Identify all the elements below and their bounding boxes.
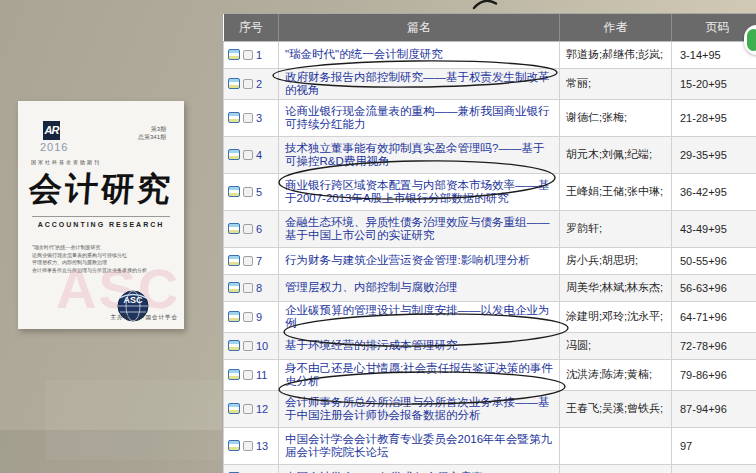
article-authors: 谢德仁;张梅; [560, 99, 672, 136]
table-row: 11 身不由己还是心甘情愿:社会责任报告鉴证决策的事件史分析 沈洪涛;陈涛;黄楠… [224, 359, 756, 390]
row-checkbox[interactable] [243, 441, 253, 451]
journal-title-chinese: 会计研究 [18, 167, 184, 212]
row-checkbox[interactable] [243, 50, 253, 60]
row-number: 8 [256, 282, 262, 294]
table-row: 2 政府财务报告内部控制研究——基于权责发生制改革的视角 常丽; 15-20+9… [224, 68, 756, 99]
cover-year: 2016 [40, 141, 68, 153]
article-title-link[interactable]: 中国会计学会会计教育专业委员会2016年年会暨第九届会计学院院长论坛 [279, 431, 559, 461]
row-checkbox[interactable] [243, 312, 253, 322]
article-pages: 29-35+95 [672, 136, 756, 173]
cover-featured-articles: "瑞金时代"的统一会计制度研究 论商业银行现金流量表的重构与可持续分红 管理层权… [32, 244, 172, 274]
save-export-icon[interactable] [228, 149, 240, 160]
row-number-cell: 1 [224, 49, 278, 61]
row-number-cell: 2 [224, 78, 278, 90]
header-no: 序号 [224, 14, 279, 41]
article-title-link[interactable]: 管理层权力、内部控制与腐败治理 [279, 279, 559, 296]
article-title-link[interactable]: 企业碳预算的管理设计与制度安排——以发电企业为例 [279, 302, 559, 332]
save-export-icon[interactable] [228, 223, 240, 234]
row-number-cell: 11 [224, 369, 278, 381]
article-pages: 79-86+96 [672, 359, 756, 390]
row-number: 7 [256, 255, 262, 267]
article-title-link[interactable]: 中国会计学会2016年学术年会征文启事 [279, 469, 559, 473]
table-row: 10 基于环境经营的排污成本管理研究 冯圆; 72-78+96 [224, 332, 756, 359]
row-number-cell: 4 [224, 149, 278, 161]
row-checkbox[interactable] [243, 113, 253, 123]
article-authors: 涂建明;邓玲;沈永平; [560, 301, 672, 332]
save-export-icon[interactable] [228, 186, 240, 197]
article-title-link[interactable]: 金融生态环境、异质性债务治理效应与债务重组——基于中国上市公司的实证研究 [279, 214, 559, 244]
table-row: 4 技术独立董事能有效抑制真实盈余管理吗?——基于可操控R&D费用视角 胡元木;… [224, 136, 756, 173]
article-authors: 常丽; [560, 68, 672, 99]
row-number: 5 [256, 186, 262, 198]
article-pages: 87-94+96 [672, 390, 756, 427]
save-export-icon[interactable] [228, 112, 240, 123]
article-title-link[interactable]: 行为财务与建筑企业营运资金管理:影响机理分析 [279, 252, 559, 269]
table-row: 1 "瑞金时代"的统一会计制度研究 郭道扬;郝继伟;彭岚; 3-14+95 [224, 41, 756, 68]
article-authors: 王峰娟;王储;张中琳; [560, 173, 672, 210]
article-authors [560, 427, 672, 464]
row-number: 1 [256, 49, 262, 61]
row-checkbox[interactable] [243, 256, 253, 266]
article-authors: 房小兵;胡思玥; [560, 247, 672, 274]
row-number: 3 [256, 112, 262, 124]
row-number-cell: 5 [224, 186, 278, 198]
save-export-icon[interactable] [228, 282, 240, 293]
row-number-cell: 12 [224, 403, 278, 415]
save-export-icon[interactable] [228, 369, 240, 380]
table-row: 8 管理层权力、内部控制与腐败治理 周美华;林斌;林东杰; 56-63+96 [224, 274, 756, 301]
article-pages: 15-20+95 [672, 68, 756, 99]
row-number: 6 [256, 223, 262, 235]
row-checkbox[interactable] [243, 370, 253, 380]
article-pages: 72-78+96 [672, 332, 756, 359]
save-export-icon[interactable] [228, 440, 240, 451]
article-title-link[interactable]: 基于环境经营的排污成本管理研究 [279, 337, 559, 354]
row-number: 9 [256, 311, 262, 323]
table-row: 12 会计师事务所总分所治理与分所首次业务承接——基于中国注册会计师协会报备数据… [224, 390, 756, 427]
table-row: 14 中国会计学会2016年学术年会征文启事 98 [224, 464, 756, 473]
save-export-icon[interactable] [228, 311, 240, 322]
article-title-link[interactable]: 政府财务报告内部控制研究——基于权责发生制改革的视角 [279, 69, 559, 99]
article-pages: 56-63+96 [672, 274, 756, 301]
article-pages: 21-28+95 [672, 99, 756, 136]
save-export-icon[interactable] [228, 49, 240, 60]
article-title-link[interactable]: 身不由己还是心甘情愿:社会责任报告鉴证决策的事件史分析 [279, 360, 559, 390]
article-authors [560, 464, 672, 473]
article-title-link[interactable]: 技术独立董事能有效抑制真实盈余管理吗?——基于可操控R&D费用视角 [279, 140, 559, 170]
save-export-icon[interactable] [228, 403, 240, 414]
row-checkbox[interactable] [243, 404, 253, 414]
article-title-link[interactable]: "瑞金时代"的统一会计制度研究 [279, 46, 559, 63]
row-checkbox[interactable] [243, 79, 253, 89]
toc-header-row: 序号 篇名 作者 页码 [224, 14, 756, 41]
save-export-icon[interactable] [228, 255, 240, 266]
row-checkbox[interactable] [243, 150, 253, 160]
article-title-link[interactable]: 商业银行跨区域资本配置与内部资本市场效率——基于2007-2013年A股上市银行… [279, 177, 559, 207]
header-title: 篇名 [279, 14, 560, 41]
feature-line: "瑞金时代"的统一会计制度研究 [32, 244, 172, 252]
row-checkbox[interactable] [243, 341, 253, 351]
article-title-link[interactable]: 会计师事务所总分所治理与分所首次业务承接——基于中国注册会计师协会报备数据的分析 [279, 394, 559, 424]
row-number: 12 [256, 403, 268, 415]
feature-line: 管理层权力、内部控制与腐败治理 [32, 259, 172, 267]
article-pages: 50-55+96 [672, 247, 756, 274]
row-checkbox[interactable] [243, 283, 253, 293]
save-export-icon[interactable] [228, 340, 240, 351]
header-author: 作者 [560, 14, 672, 41]
article-pages: 64-71+96 [672, 301, 756, 332]
table-row: 7 行为财务与建筑企业营运资金管理:影响机理分析 房小兵;胡思玥; 50-55+… [224, 247, 756, 274]
table-row: 5 商业银行跨区域资本配置与内部资本市场效率——基于2007-2013年A股上市… [224, 173, 756, 210]
cover-publisher: 主办单位:中国会计学会 [18, 314, 178, 321]
save-export-icon[interactable] [228, 78, 240, 89]
row-checkbox[interactable] [243, 187, 253, 197]
row-number-cell: 3 [224, 112, 278, 124]
article-title-link[interactable]: 论商业银行现金流量表的重构——兼析我国商业银行可持续分红能力 [279, 103, 559, 133]
row-number-cell: 10 [224, 340, 278, 352]
issue-number: 第3期 [138, 125, 166, 133]
row-checkbox[interactable] [243, 224, 253, 234]
row-number: 13 [256, 440, 268, 452]
article-authors: 周美华;林斌;林东杰; [560, 274, 672, 301]
cover-divider [32, 216, 170, 217]
table-row: 6 金融生态环境、异质性债务治理效应与债务重组——基于中国上市公司的实证研究 罗… [224, 210, 756, 247]
feature-line: 会计师事务所总分所治理与分所首次业务承接的分析 [32, 267, 172, 275]
article-authors: 郭道扬;郝继伟;彭岚; [560, 41, 672, 68]
row-number-cell: 7 [224, 255, 278, 267]
